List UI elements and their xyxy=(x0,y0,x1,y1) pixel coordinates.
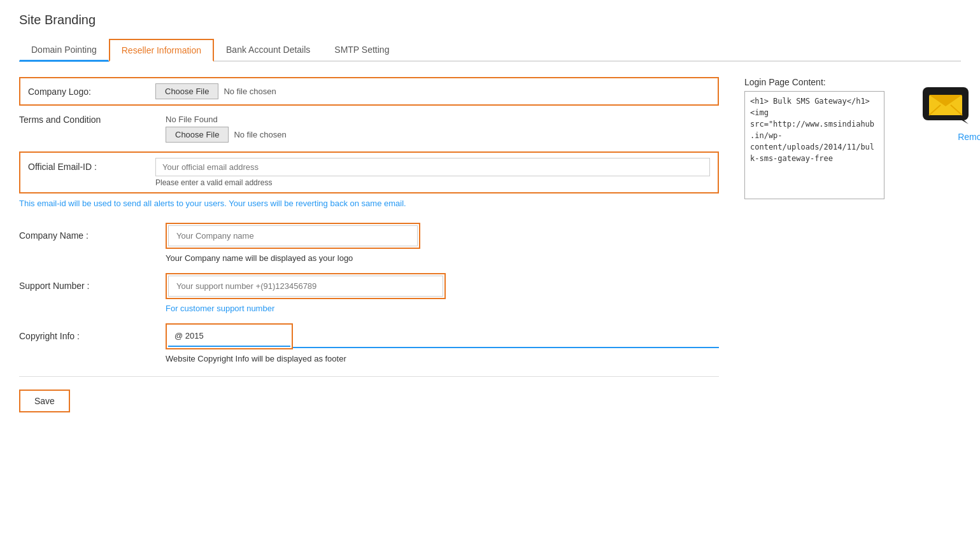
envelope-icon xyxy=(923,87,974,125)
right-panel: Login Page Content: TM xyxy=(744,77,961,412)
official-email-input[interactable] xyxy=(155,158,710,176)
terms-choose-file-button[interactable]: Choose File xyxy=(166,127,229,143)
official-email-row: Official Email-ID : Please enter a valid… xyxy=(19,151,719,193)
remove-logo-link[interactable]: Remove Logo xyxy=(958,132,980,142)
support-number-input[interactable] xyxy=(168,276,443,297)
terms-no-file-text: No file chosen xyxy=(234,130,286,139)
company-logo-label: Company Logo: xyxy=(28,87,155,97)
company-name-input[interactable] xyxy=(168,225,418,246)
no-file-found-text: No File Found xyxy=(166,115,287,124)
tab-domain-pointing[interactable]: Domain Pointing xyxy=(19,39,109,62)
login-page-label: Login Page Content: xyxy=(744,77,884,87)
terms-file-input-group: Choose File No file chosen xyxy=(166,127,287,143)
company-name-helper: Your Company name will be displayed as y… xyxy=(166,253,719,263)
copyright-row: Copyright Info : xyxy=(19,323,719,349)
terms-label: Terms and Condition xyxy=(19,115,166,125)
login-page-textarea[interactable] xyxy=(744,91,884,199)
support-number-label: Support Number : xyxy=(19,281,166,291)
email-helper-text: This email-id will be used to send all a… xyxy=(19,197,719,210)
copyright-helper: Website Copyright Info will be displayed… xyxy=(166,353,719,363)
company-logo-file-group: Choose File No file chosen xyxy=(155,83,276,99)
logo-preview-area: TM xyxy=(923,77,980,142)
right-section: Login Page Content: TM xyxy=(744,77,980,201)
tab-bank-account-details[interactable]: Bank Account Details xyxy=(214,39,322,62)
email-input-group: Please enter a valid email address xyxy=(155,158,710,187)
tab-smtp-setting[interactable]: SMTP Setting xyxy=(322,39,401,62)
copyright-input[interactable] xyxy=(168,326,290,347)
terms-row: Terms and Condition No File Found Choose… xyxy=(19,115,719,143)
tab-bar: Domain Pointing Reseller Information Ban… xyxy=(19,39,961,62)
email-validation-text: Please enter a valid email address xyxy=(155,178,710,187)
company-logo-row: Company Logo: Choose File No file chosen xyxy=(19,77,719,106)
company-logo-choose-file-button[interactable]: Choose File xyxy=(155,83,218,99)
company-name-row: Company Name : xyxy=(19,223,719,249)
login-page-content-group: Login Page Content: xyxy=(744,77,884,201)
sms-logo: SMS INDIAHUB xyxy=(923,87,980,125)
company-logo-no-file-text: No file chosen xyxy=(224,87,276,96)
copyright-label: Copyright Info : xyxy=(19,331,166,341)
page-title: Site Branding xyxy=(19,13,961,27)
divider xyxy=(19,376,719,377)
login-textarea-wrapper xyxy=(744,91,884,201)
company-name-wrapper xyxy=(166,223,420,249)
save-button-wrapper: Save xyxy=(19,390,719,412)
support-number-helper: For customer support number xyxy=(166,303,719,313)
save-button[interactable]: Save xyxy=(19,390,70,412)
terms-file-group: No File Found Choose File No file chosen xyxy=(166,115,287,143)
support-number-wrapper xyxy=(166,273,446,299)
copyright-wrapper xyxy=(166,323,293,349)
left-panel: Company Logo: Choose File No file chosen… xyxy=(19,77,719,412)
main-content: Company Logo: Choose File No file chosen… xyxy=(19,77,961,412)
support-number-row: Support Number : xyxy=(19,273,719,299)
company-name-label: Company Name : xyxy=(19,230,166,241)
official-email-label: Official Email-ID : xyxy=(28,158,155,172)
tab-reseller-information[interactable]: Reseller Information xyxy=(109,39,214,62)
